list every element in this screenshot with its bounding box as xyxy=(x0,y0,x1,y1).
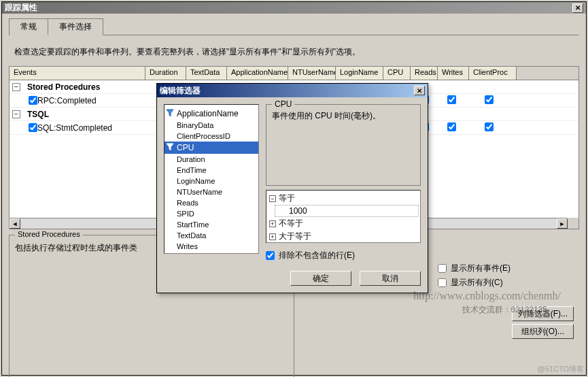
edit-filter-dialog: 编辑筛选器 ✕ ApplicationName BinaryData Clien… xyxy=(156,83,428,293)
check-show-all-events[interactable] xyxy=(438,264,447,273)
filter-binarydata[interactable]: BinaryData xyxy=(165,120,258,131)
tab-general[interactable]: 常规 xyxy=(9,18,48,35)
tab-bar: 常规 事件选择 xyxy=(9,18,579,35)
funnel-icon xyxy=(166,143,174,151)
exclude-row: 排除不包含值的行(E) xyxy=(266,250,421,261)
filter-duration[interactable]: Duration xyxy=(165,154,258,165)
check-show-all-cols[interactable] xyxy=(438,278,447,287)
scroll-left-icon[interactable]: ◄ xyxy=(10,218,20,229)
col-cpu[interactable]: CPU xyxy=(383,67,411,80)
condition-tree[interactable]: −等于 1000 +不等于 +大于等于 +小于等于 xyxy=(266,190,421,243)
filter-description-box: CPU 事件使用的 CPU 时间(毫秒)。 xyxy=(266,104,421,186)
row-label: RPC:Completed xyxy=(37,96,97,105)
filter-column-list[interactable]: ApplicationName BinaryData ClientProcess… xyxy=(164,104,259,254)
check-stmt[interactable] xyxy=(29,123,37,132)
sp-legend: Stored Procedures xyxy=(15,230,83,238)
filter-desc-text: 事件使用的 CPU 时间(毫秒)。 xyxy=(272,110,415,122)
filter-right-pane: CPU 事件使用的 CPU 时间(毫秒)。 −等于 1000 +不等于 +大于等… xyxy=(266,104,421,264)
tab-events[interactable]: 事件选择 xyxy=(48,18,103,35)
filter-clientprocessid[interactable]: ClientProcessID xyxy=(165,131,258,142)
scroll-right-icon[interactable]: ► xyxy=(557,218,568,229)
cond-not-equals[interactable]: +不等于 xyxy=(268,217,419,230)
filter-cpu[interactable]: CPU xyxy=(165,142,258,154)
modal-ok-button[interactable]: 确定 xyxy=(290,271,351,286)
cond-equals-value[interactable]: 1000 xyxy=(275,205,419,217)
modal-title: 编辑筛选器 xyxy=(160,85,201,97)
check-cell[interactable] xyxy=(485,95,494,104)
label-show-all-events: 显示所有事件(E) xyxy=(451,263,511,274)
col-writes[interactable]: Writes xyxy=(438,67,469,80)
filter-ntusername[interactable]: NTUserName xyxy=(165,186,258,197)
cond-gte[interactable]: +大于等于 xyxy=(268,230,419,243)
col-textdata[interactable]: TextData xyxy=(186,67,227,80)
col-appname[interactable]: ApplicationName xyxy=(227,67,288,80)
expand-icon[interactable]: + xyxy=(269,233,276,240)
filter-starttime[interactable]: StartTime xyxy=(165,219,258,230)
right-buttons: 列筛选器(F)... 组织列(O)... xyxy=(512,306,574,339)
filter-reads[interactable]: Reads xyxy=(165,197,258,208)
collapse-icon[interactable]: − xyxy=(12,110,20,118)
cond-equals[interactable]: −等于 xyxy=(268,192,419,205)
close-icon[interactable]: ✕ xyxy=(572,3,583,13)
filter-writes[interactable]: Writes xyxy=(165,241,258,252)
col-reads[interactable]: Reads xyxy=(411,67,438,80)
label-show-all-cols: 显示所有列(C) xyxy=(451,277,503,289)
instruction-text: 检查选定要跟踪的事件和事件列。要查看完整列表，请选择"显示所有事件"和"显示所有… xyxy=(14,46,579,58)
filter-spid[interactable]: SPID xyxy=(165,208,258,219)
exclude-label: 排除不包含值的行(E) xyxy=(279,250,355,261)
options-box: 显示所有事件(E) 显示所有列(C) xyxy=(438,260,574,291)
window-title: 跟踪属性 xyxy=(5,2,37,14)
collapse-icon[interactable]: − xyxy=(12,83,20,91)
funnel-icon xyxy=(166,109,174,117)
col-login[interactable]: LoginName xyxy=(336,67,383,80)
col-duration[interactable]: Duration xyxy=(145,67,186,80)
modal-body: ApplicationName BinaryData ClientProcess… xyxy=(157,97,428,271)
col-ntuser[interactable]: NTUserName xyxy=(288,67,336,80)
row-label: SQL:StmtCompleted xyxy=(37,123,112,133)
exclude-checkbox[interactable] xyxy=(266,251,275,260)
organize-columns-button[interactable]: 组织列(O)... xyxy=(512,324,574,339)
check-cell[interactable] xyxy=(447,122,456,131)
filter-textdata[interactable]: TextData xyxy=(165,230,258,241)
filter-endtime[interactable]: EndTime xyxy=(165,165,258,176)
expand-icon[interactable]: + xyxy=(269,220,276,227)
check-cell[interactable] xyxy=(485,122,494,131)
collapse-icon[interactable]: − xyxy=(269,195,276,202)
check-rpc[interactable] xyxy=(29,96,37,105)
filter-loginname[interactable]: LoginName xyxy=(165,176,258,186)
column-filters-button[interactable]: 列筛选器(F)... xyxy=(512,306,574,321)
modal-buttons: 确定 取消 xyxy=(157,271,428,293)
col-events[interactable]: Events xyxy=(10,67,145,80)
modal-cancel-button[interactable]: 取消 xyxy=(360,271,421,286)
col-clientproc[interactable]: ClientProc xyxy=(469,67,517,80)
grid-header: Events Duration TextData ApplicationName… xyxy=(10,67,578,80)
check-cell[interactable] xyxy=(447,95,456,104)
filter-applicationname[interactable]: ApplicationName xyxy=(165,108,258,120)
modal-titlebar: 编辑筛选器 ✕ xyxy=(157,84,428,97)
modal-close-icon[interactable]: ✕ xyxy=(414,86,425,95)
filter-desc-legend: CPU xyxy=(272,99,294,109)
titlebar: 跟踪属性 ✕ xyxy=(2,2,586,14)
